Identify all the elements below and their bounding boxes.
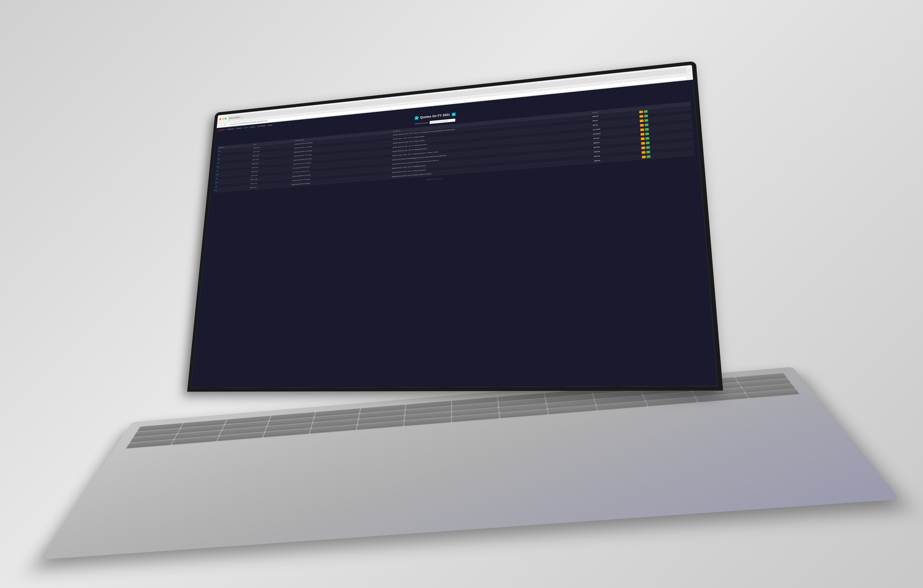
convert-button[interactable]: ✓ — [644, 110, 648, 113]
page-content: ◄ Quotes for FY 2021 ► Search for Quotes — [191, 85, 718, 388]
edit-button[interactable]: ✎ — [642, 151, 645, 154]
next-year-button[interactable]: ► — [452, 112, 455, 116]
search-input[interactable] — [429, 118, 455, 124]
convert-button[interactable]: ✓ — [645, 137, 649, 140]
edit-button[interactable]: ✎ — [642, 156, 646, 158]
nav-user-settings[interactable]: User Settings — [257, 125, 266, 127]
maximize-dot[interactable] — [225, 118, 227, 120]
nav-invoices[interactable]: Invoices — [250, 126, 255, 128]
convert-button[interactable]: ✓ — [646, 146, 650, 149]
convert-button[interactable]: ✓ — [645, 128, 649, 131]
screen-bezel: View all Quotes ✕ + ‹ › ↻ 🔒 Not secure |… — [187, 61, 723, 392]
edit-button[interactable]: ✎ — [641, 142, 645, 145]
brand-logo: iinvoice — [218, 129, 225, 131]
convert-button[interactable]: ✓ — [644, 115, 648, 117]
convert-button[interactable]: ✓ — [645, 123, 649, 126]
nav-logout[interactable]: Logout — [268, 124, 272, 126]
edit-button[interactable]: ✎ — [641, 137, 645, 140]
nav-contacts[interactable]: Contacts — [236, 127, 241, 129]
laptop-wrapper: // Generate keyboard keys visually for(l… — [138, 51, 785, 537]
footer-text: © tinylnvoice 2017-2021 — [426, 178, 442, 181]
edit-button[interactable]: ✎ — [639, 110, 643, 113]
edit-button[interactable]: ✎ — [641, 146, 645, 149]
forward-button[interactable]: › — [221, 124, 223, 127]
refresh-button[interactable]: ↻ — [223, 123, 227, 126]
edit-button[interactable]: ✎ — [640, 124, 644, 127]
nav-quotes[interactable]: Quotes — [243, 126, 248, 128]
browser-dots — [219, 118, 227, 120]
edit-button[interactable]: ✎ — [641, 133, 644, 136]
convert-button[interactable]: ✓ — [646, 151, 650, 153]
edit-button[interactable]: ✎ — [639, 115, 643, 118]
convert-button[interactable]: ✓ — [645, 141, 650, 145]
brand-text: invoice — [218, 129, 225, 131]
tab-title: View all Quotes — [229, 116, 240, 119]
page-title: Quotes for FY 2021 — [420, 113, 450, 120]
convert-button[interactable]: ✓ — [646, 155, 650, 158]
nav-dashboard[interactable]: Dashboard — [227, 128, 234, 130]
convert-button[interactable]: ✓ — [645, 132, 649, 135]
prev-year-button[interactable]: ◄ — [415, 116, 418, 120]
search-label: Search for Quotes — [415, 122, 428, 125]
screen-inner: View all Quotes ✕ + ‹ › ↻ 🔒 Not secure |… — [191, 65, 718, 388]
convert-button[interactable]: ✓ — [644, 119, 648, 122]
screen-content: View all Quotes ✕ + ‹ › ↻ 🔒 Not secure |… — [191, 65, 718, 388]
close-dot[interactable] — [219, 118, 221, 120]
edit-button[interactable]: ✎ — [640, 120, 644, 122]
edit-button[interactable]: ✎ — [640, 128, 644, 131]
keyboard-area: // Generate keyboard keys visually for(l… — [40, 367, 900, 560]
minimize-dot[interactable] — [222, 118, 224, 120]
back-button[interactable]: ‹ — [218, 124, 220, 127]
